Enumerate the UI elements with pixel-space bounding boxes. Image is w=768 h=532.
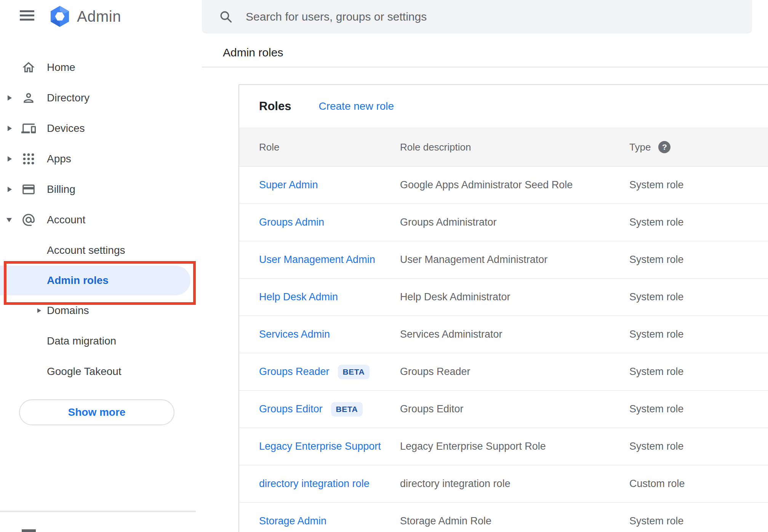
menu-icon[interactable]	[20, 10, 34, 23]
table-row: User Management Admin User Management Ad…	[239, 241, 768, 279]
table-row: directory integration role directory int…	[239, 465, 768, 503]
sidebar-subitem-label: Google Takeout	[47, 365, 122, 378]
role-link[interactable]: Storage Admin	[259, 515, 326, 527]
role-type-cell: Custom role	[629, 465, 685, 502]
sidebar-nav: Home Directory Devices Apps Billing Acco…	[0, 52, 196, 235]
role-description-cell: Google Apps Administrator Seed Role	[400, 167, 573, 204]
role-cell[interactable]: Help Desk Admin	[259, 279, 338, 316]
role-description-cell: User Management Administrator	[400, 241, 547, 278]
sidebar-item-icon	[21, 213, 36, 227]
role-link[interactable]: Groups Admin	[259, 216, 324, 228]
role-type-cell: System role	[629, 428, 684, 465]
sidebar-item-label: Directory	[47, 92, 90, 104]
sidebar-item-home[interactable]: Home	[0, 52, 196, 83]
role-type-cell: System role	[629, 316, 684, 353]
role-description-cell: Groups Editor	[400, 391, 464, 428]
sidebar-item-admin-roles[interactable]: Admin roles	[0, 266, 190, 295]
partial-bottom-icon	[22, 529, 36, 532]
role-cell[interactable]: Services Admin	[259, 316, 330, 353]
sidebar-subitem-label: Admin roles	[47, 274, 109, 287]
sidebar-item-google-takeout[interactable]: Google Takeout	[0, 356, 196, 387]
role-type-cell: System role	[629, 167, 684, 204]
role-description-cell: Groups Reader	[400, 353, 470, 390]
sidebar: Admin Home Directory Devices Apps Billin…	[0, 0, 196, 532]
role-type-cell: System role	[629, 204, 684, 241]
sidebar-item-domains[interactable]: Domains	[0, 295, 196, 326]
table-row: Help Desk Admin Help Desk Administrator …	[239, 279, 768, 316]
role-cell[interactable]: Groups Admin	[259, 204, 324, 241]
sidebar-item-label: Billing	[47, 183, 75, 195]
sidebar-item-label: Account	[47, 214, 85, 226]
sidebar-item-label: Devices	[47, 122, 85, 135]
role-cell[interactable]: Groups Reader BETA	[259, 353, 370, 390]
table-header: Role Role description Type ?	[239, 128, 768, 167]
expand-arrow-icon[interactable]	[37, 308, 41, 313]
table-row: Super Admin Google Apps Administrator Se…	[239, 167, 768, 204]
sidebar-subitem-label: Account settings	[47, 244, 125, 256]
column-role-description: Role description	[400, 128, 471, 166]
role-description-cell: directory integration role	[400, 465, 510, 502]
role-link[interactable]: Legacy Enterprise Support	[259, 441, 381, 452]
sidebar-item-account[interactable]: Account	[0, 205, 196, 235]
role-type-cell: System role	[629, 241, 684, 278]
sidebar-item-devices[interactable]: Devices	[0, 113, 196, 144]
role-cell[interactable]: Groups Editor BETA	[259, 391, 363, 428]
role-type-cell: System role	[629, 503, 684, 532]
role-link[interactable]: Groups Editor	[259, 403, 323, 415]
column-role: Role	[259, 128, 279, 166]
expand-arrow-icon[interactable]	[8, 126, 12, 131]
role-type-cell: System role	[629, 391, 684, 428]
sidebar-item-billing[interactable]: Billing	[0, 174, 196, 205]
role-description-cell: Storage Admin Role	[400, 503, 491, 532]
sidebar-item-icon	[21, 60, 36, 75]
search-icon	[219, 10, 233, 24]
table-body: Super Admin Google Apps Administrator Se…	[239, 167, 768, 532]
roles-card: Roles Create new role Role Role descript…	[238, 84, 768, 532]
role-type-cell: System role	[629, 353, 684, 390]
role-cell[interactable]: Super Admin	[259, 167, 318, 204]
sidebar-bottom-divider	[0, 511, 196, 512]
column-type: Type ?	[629, 128, 670, 166]
role-link[interactable]: User Management Admin	[259, 254, 375, 266]
sidebar-item-icon	[21, 121, 36, 136]
table-row: Groups Editor BETA Groups Editor System …	[239, 391, 768, 428]
role-link[interactable]: directory integration role	[259, 478, 370, 490]
sidebar-item-directory[interactable]: Directory	[0, 83, 196, 113]
role-cell[interactable]: directory integration role	[259, 465, 370, 502]
show-more-button[interactable]: Show more	[19, 399, 174, 425]
sidebar-item-icon	[21, 152, 36, 166]
sidebar-subitem-label: Domains	[47, 304, 89, 317]
table-row: Groups Admin Groups Administrator System…	[239, 204, 768, 241]
sidebar-item-icon	[21, 91, 36, 105]
breadcrumb: Admin roles	[223, 45, 283, 60]
sidebar-item-icon	[21, 182, 36, 197]
expand-arrow-icon[interactable]	[8, 187, 12, 192]
expand-arrow-icon[interactable]	[8, 156, 12, 162]
role-cell[interactable]: Storage Admin	[259, 503, 326, 532]
help-icon[interactable]: ?	[658, 141, 670, 153]
table-row: Services Admin Services Administrator Sy…	[239, 316, 768, 353]
role-type-cell: System role	[629, 279, 684, 316]
sidebar-item-data-migration[interactable]: Data migration	[0, 326, 196, 356]
sidebar-item-account-settings[interactable]: Account settings	[0, 235, 196, 266]
search-bar[interactable]	[202, 0, 752, 34]
app-logo: Admin	[48, 5, 121, 28]
role-link[interactable]: Super Admin	[259, 179, 318, 191]
role-cell[interactable]: User Management Admin	[259, 241, 375, 278]
role-description-cell: Legacy Enterprise Support Role	[400, 428, 546, 465]
role-description-cell: Services Administrator	[400, 316, 502, 353]
create-new-role-link[interactable]: Create new role	[318, 100, 394, 112]
expand-arrow-icon[interactable]	[6, 218, 12, 222]
role-link[interactable]: Services Admin	[259, 328, 330, 340]
role-link[interactable]: Help Desk Admin	[259, 291, 338, 303]
sidebar-account-sublist: Account settings Admin roles Domains Dat…	[0, 235, 196, 387]
sidebar-item-apps[interactable]: Apps	[0, 144, 196, 174]
expand-arrow-icon[interactable]	[8, 95, 12, 101]
role-cell[interactable]: Legacy Enterprise Support	[259, 428, 381, 465]
search-input[interactable]	[246, 10, 752, 23]
admin-logo-icon	[48, 5, 72, 28]
role-description-cell: Help Desk Administrator	[400, 279, 510, 316]
role-link[interactable]: Groups Reader	[259, 366, 330, 378]
roles-card-header: Roles Create new role	[239, 85, 768, 128]
admin-console-page: Admin Home Directory Devices Apps Billin…	[0, 0, 768, 532]
